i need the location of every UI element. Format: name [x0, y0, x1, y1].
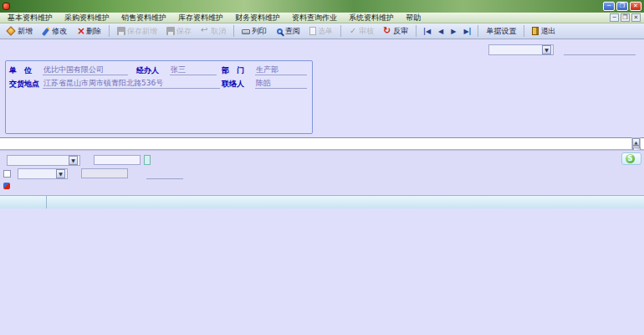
ime-toolbar[interactable]: S [621, 152, 641, 165]
sale-date-combo[interactable]: ▼ [488, 44, 554, 55]
form-field-0-1: 经办人张三 [136, 65, 222, 76]
toolbar-button-label: ▶| [463, 28, 471, 35]
nav-button-18[interactable]: ▶| [460, 26, 474, 37]
toolbar-separator [233, 25, 234, 37]
save-icon [166, 27, 175, 35]
payment-method-combo[interactable]: ▼ [7, 155, 80, 166]
view-icon [277, 28, 283, 34]
statusbar-left [0, 196, 47, 209]
close-button[interactable]: ✕ [630, 2, 641, 11]
toolbar-button-label: 查阅 [285, 26, 300, 37]
menu-item-4[interactable]: 财务资料维护 [229, 13, 286, 23]
chevron-down-icon[interactable]: ▼ [69, 156, 78, 165]
sale-no-value[interactable] [564, 44, 636, 55]
form-field-value[interactable]: 江苏省昆山市周市镇青阳北路536号 [43, 79, 220, 89]
del-icon [76, 27, 84, 35]
form-region: 单 位优比中国有限公司经办人张三部 门生产部交货地点江苏省昆山市周市镇青阳北路5… [0, 60, 644, 136]
maker-value [146, 168, 183, 179]
bank-checkbox[interactable] [3, 170, 11, 178]
toolbar-button-label: |◀ [423, 28, 431, 35]
currency-badge[interactable] [144, 155, 151, 165]
form-row: 单 位优比中国有限公司经办人张三部 门生产部 [9, 64, 309, 77]
toolbar-button-列印[interactable]: 列印 [238, 24, 271, 39]
toolbar-separator [340, 25, 341, 37]
toolbar-button-新增[interactable]: 新增 [3, 24, 37, 39]
chevron-down-icon[interactable]: ▼ [542, 45, 551, 54]
toolbar-button-保存: 保存 [162, 24, 196, 39]
pick-icon [309, 27, 316, 35]
bank-combo[interactable]: ▼ [18, 168, 68, 179]
mdi-restore-button[interactable]: ❐ [621, 13, 630, 22]
toolbar-button-取消: 取消 [197, 24, 230, 39]
toolbar-separator [478, 25, 478, 37]
toolbar-button-label: 选单 [318, 26, 333, 37]
toolbar-button-查阅[interactable]: 查阅 [272, 24, 304, 39]
audit-icon [349, 27, 357, 35]
chevron-down-icon[interactable]: ▼ [56, 169, 65, 178]
minimize-button[interactable]: ─ [603, 2, 615, 11]
unaudit-icon [383, 27, 391, 35]
print-icon [242, 29, 250, 34]
toolbar: 新增修改删除保存新增保存取消列印查阅选单审核反审|◀◀▶▶|单据设置退出 [0, 23, 644, 39]
new-icon [6, 26, 15, 35]
edit-icon [42, 26, 50, 35]
form-field-value[interactable]: 张三 [170, 65, 217, 75]
toolbar-button-label: 删除 [86, 26, 101, 37]
scroll-up-icon[interactable]: ▲ [632, 138, 640, 146]
form-field-label: 经办人 [136, 65, 170, 76]
mdi-close-button[interactable]: ✕ [631, 13, 641, 22]
hint-icon [3, 183, 10, 189]
toolbar-button-删除[interactable]: 删除 [72, 24, 105, 39]
menu-item-1[interactable]: 采购资料维护 [59, 13, 115, 23]
receipt-amount-input[interactable] [81, 168, 128, 178]
app-icon [3, 3, 10, 10]
form-field-0-2: 部 门生产部 [222, 65, 309, 76]
toolbar-button-修改[interactable]: 修改 [38, 24, 71, 39]
toolbar-button-审核: 审核 [345, 24, 378, 39]
nav-button-17[interactable]: ▶ [447, 26, 459, 37]
form-field-1-0: 交货地点江苏省昆山市周市镇青阳北路536号 [9, 79, 222, 90]
nav-button-16[interactable]: ◀ [435, 26, 447, 37]
menu-item-2[interactable]: 销售资料维护 [115, 13, 172, 23]
exit-icon [532, 27, 539, 35]
form-field-label: 部 门 [222, 65, 255, 76]
toolbar-button-label: 列印 [252, 26, 267, 37]
toolbar-button-保存新增: 保存新增 [113, 24, 161, 39]
menu-item-7[interactable]: 帮助 [400, 13, 427, 23]
toolbar-button-退出[interactable]: 退出 [528, 24, 560, 39]
savenew-icon [117, 27, 125, 35]
mdi-minimize-button[interactable]: ─ [610, 13, 619, 22]
order-info-box: 单 位优比中国有限公司经办人张三部 门生产部交货地点江苏省昆山市周市镇青阳北路5… [5, 60, 313, 134]
form-field-value[interactable]: 陈皓 [255, 79, 307, 89]
toolbar-button-反审[interactable]: 反审 [379, 24, 412, 39]
form-field-value[interactable]: 生产部 [255, 65, 307, 75]
menu-item-5[interactable]: 资料查询作业 [286, 13, 343, 23]
toolbar-button-选单: 选单 [305, 24, 337, 39]
ime-logo-icon[interactable]: S [626, 154, 635, 163]
menu-item-3[interactable]: 库存资料维护 [172, 13, 229, 23]
cancel-icon [201, 27, 209, 35]
form-field-value[interactable]: 优比中国有限公司 [43, 65, 128, 75]
status-bar [0, 195, 644, 209]
toolbar-button-单据设置[interactable]: 单据设置 [482, 24, 520, 39]
form-field-label: 单 位 [9, 65, 43, 76]
toolbar-button-label: 审核 [359, 26, 374, 37]
toolbar-button-label: 保存 [176, 26, 192, 37]
mdi-window-controls: ─ ❐ ✕ [610, 13, 642, 22]
toolbar-button-label: 取消 [211, 26, 226, 37]
form-field-label: 联络人 [222, 79, 255, 90]
form-field-label: 交货地点 [9, 79, 43, 90]
bottom-panel: ▼ ▼ S [0, 150, 644, 195]
totals-bar [0, 137, 644, 150]
toolbar-button-label: 新增 [18, 26, 33, 37]
toolbar-button-label: ▶ [451, 28, 456, 35]
toolbar-button-label: 退出 [540, 26, 555, 37]
discount-input[interactable] [94, 155, 141, 165]
nav-button-15[interactable]: |◀ [420, 26, 434, 37]
form-field-0-0: 单 位优比中国有限公司 [9, 65, 136, 76]
restore-button[interactable]: ❐ [616, 2, 628, 11]
toolbar-button-label: 单据设置 [486, 26, 516, 37]
menu-item-0[interactable]: 基本资料维护 [2, 13, 59, 23]
menu-item-6[interactable]: 系统资料维护 [343, 13, 400, 23]
toolbar-button-label: 反审 [393, 26, 408, 37]
